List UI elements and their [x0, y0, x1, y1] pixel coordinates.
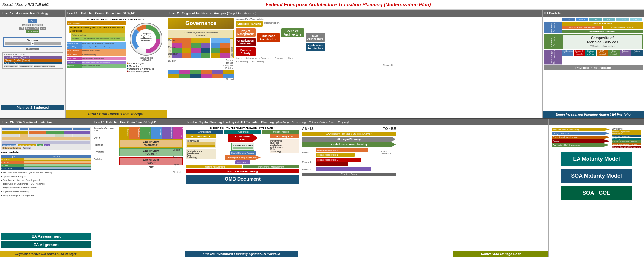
section-header-4: Level 4: Capital Planning Leading into E… [185, 119, 549, 125]
to-be-label: TO - BE [383, 127, 396, 131]
top-section-headers: Level 1a: Modernization Strategy Level 1… [0, 10, 644, 17]
section-header-3: Level 3: Establish Fine Grain 'Line Of S… [92, 119, 185, 125]
ea-alignment-label: EA Alignment [1, 241, 91, 248]
panel-4: EXHIBIT 5-3 - IT LIFECYCLE FRAMEWORK INT… [185, 125, 549, 257]
hud-transition-label: HUD EA Transition Strategy [186, 169, 299, 173]
ea-assessment-label: EA Assessment [1, 233, 91, 240]
ea-maturity-btn[interactable]: EA Maturity Model [561, 152, 632, 166]
panel-2b: Mission Areas Business Structure Data To… [0, 125, 92, 257]
header: Srinidhi Boray INGINE INC Federal Enterp… [0, 0, 644, 10]
soa-item-5: • Implementation Planning [1, 190, 91, 194]
capital-investment-label: Capital Investment Planning [302, 142, 396, 147]
soa-maturity-btn[interactable]: SOA Maturity Model [561, 169, 632, 183]
section-header-2b: Level 2b: SOA Solution Architecture [0, 119, 92, 125]
enterprise-sequence-label: Enterprise Sequence Plan [225, 155, 261, 160]
panel-ea: LOB 1 LOB 2 LOB 3 LOB 4 LOB 5 LOB 6 Busi… [543, 17, 644, 118]
section-header-1a: Level 1a: Modernization Strategy [0, 10, 66, 17]
panel-2a: Governance Guidelines, Policies, Procedu… [167, 17, 543, 118]
section-header-1b: Level 1b: Establish Coarse Grain 'Line O… [66, 10, 167, 17]
hud-target-label: HUD Target EA [270, 134, 299, 138]
panel-1b: EXHIBIT 5-2 - ILLUSTRATION OF EA "LINE O… [66, 17, 167, 118]
begin-investment-label: Begin Investment Planning Against EA Por… [543, 111, 644, 118]
logo: Srinidhi Boray INGINE INC [2, 2, 49, 7]
panel-maturity: Plan, Discover, Invest & Align Design Bu… [549, 125, 644, 257]
hud-baseline-label: HUD Baseline EA [186, 134, 216, 138]
soa-item-3: • Total Cost of Ownership (TCO) Analysis [1, 182, 91, 186]
bottom-section-headers: Level 2b: SOA Solution Architecture Leve… [0, 118, 644, 125]
soa-item-0: • Requirements Definition (Architectural… [1, 171, 91, 175]
control-manage-label: Control and Manage Cost [453, 251, 548, 257]
soa-item-2: • Baseline Architecture Development [1, 179, 91, 182]
bottom-row: Mission Areas Business Structure Data To… [0, 125, 644, 257]
soa-portfolio-label: SOA Portfolio [1, 151, 91, 154]
as-is-label: AS - IS [302, 127, 314, 131]
planned-budgeted-label: Planned & Budgeted [1, 105, 64, 110]
section-header-ea: EA Portfolio [543, 10, 644, 17]
soa-coe-btn[interactable]: SOA - COE [561, 186, 632, 200]
transition-series-label: Transition Series [302, 173, 396, 176]
section-header-2a: Level 2a: Segment Architecture Analysis … [167, 10, 543, 17]
panel-1a: View Actions Rationale EA Data SYS Infra… [0, 17, 66, 118]
program-management-label: Program Management [186, 165, 242, 168]
capital-planning-label: Capital Planning Process [230, 151, 256, 155]
governance-label: Governance [168, 18, 234, 29]
segment-driven-label: Segment Architecture Driven 'Line Of Sig… [0, 251, 92, 257]
main-title: Federal Enterprise Architecture Transiti… [55, 2, 642, 7]
soa-item-1: • Opportunities Analysis [1, 175, 91, 179]
exhibit-1b-label: EXHIBIT 5-2 - ILLUSTRATION OF EA "LINE O… [67, 18, 165, 21]
physical-infrastructure-label: Physical Infrastructure [544, 65, 643, 70]
performance-measurement-label: Performance Measurement [243, 165, 299, 168]
strategic-planning-label: Strategic Planning [302, 137, 396, 142]
ea-alignment-studies-label: EA Alignment Planning & Studies (EA-PMP) [302, 132, 396, 136]
omb-document-label: OMB Document [186, 175, 299, 184]
panel-3: Example of process flow: Owner Planner D… [92, 125, 185, 257]
soa-item-6: • Program/Project Management [1, 194, 91, 198]
milestones-label: Milestones [235, 160, 250, 164]
top-row: View Actions Rationale EA Data SYS Infra… [0, 17, 644, 118]
finalize-investment-label: Finalize Investment Planning Against EA … [185, 251, 298, 257]
section-header-maturity [549, 119, 644, 125]
exhibit-4-label: EXHIBIT 5-3 - IT LIFECYCLE FRAMEWORK INT… [186, 127, 299, 129]
prm-brm-label: PRM / BRM Driven 'Line Of Sight' [66, 110, 167, 118]
soa-item-4: • Target Architecture Development [1, 186, 91, 190]
